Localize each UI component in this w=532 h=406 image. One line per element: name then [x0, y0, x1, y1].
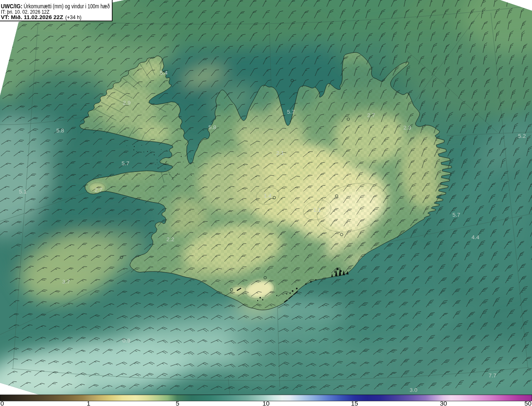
svg-text:2.7: 2.7	[95, 187, 103, 193]
svg-text:(+34 h): (+34 h)	[65, 14, 81, 20]
svg-text:5: 5	[176, 400, 180, 406]
svg-text:4.4: 4.4	[472, 234, 480, 240]
svg-text:1.1: 1.1	[313, 207, 321, 213]
svg-text:15: 15	[351, 400, 358, 406]
svg-text:2.2: 2.2	[167, 236, 175, 242]
svg-text:0.9: 0.9	[123, 338, 131, 344]
svg-text:5.7: 5.7	[453, 212, 461, 218]
svg-text:2.3: 2.3	[404, 125, 411, 131]
svg-text:10: 10	[262, 400, 270, 406]
svg-text:30: 30	[440, 400, 447, 406]
svg-text:3.0: 3.0	[410, 387, 418, 393]
svg-text:5.8: 5.8	[209, 124, 217, 130]
svg-text:5.1: 5.1	[19, 188, 27, 195]
svg-text:50: 50	[525, 400, 532, 406]
svg-text:7.7: 7.7	[489, 372, 497, 379]
svg-text:1.4: 1.4	[264, 193, 272, 199]
svg-text:0: 0	[0, 400, 4, 406]
svg-text:5.4: 5.4	[160, 70, 168, 76]
svg-text:5.2: 5.2	[518, 133, 526, 139]
svg-text:VT: Mið. 11.02.2026 22Z: VT: Mið. 11.02.2026 22Z	[1, 14, 63, 20]
svg-text:1: 1	[87, 400, 91, 406]
svg-text:2.9: 2.9	[123, 100, 131, 106]
svg-text:2.7: 2.7	[367, 112, 375, 118]
svg-text:5.7: 5.7	[287, 109, 295, 115]
svg-text:5.8: 5.8	[57, 127, 64, 134]
svg-text:3.7: 3.7	[62, 279, 70, 285]
svg-text:2.1: 2.1	[276, 150, 284, 156]
svg-text:5.7: 5.7	[122, 160, 130, 166]
